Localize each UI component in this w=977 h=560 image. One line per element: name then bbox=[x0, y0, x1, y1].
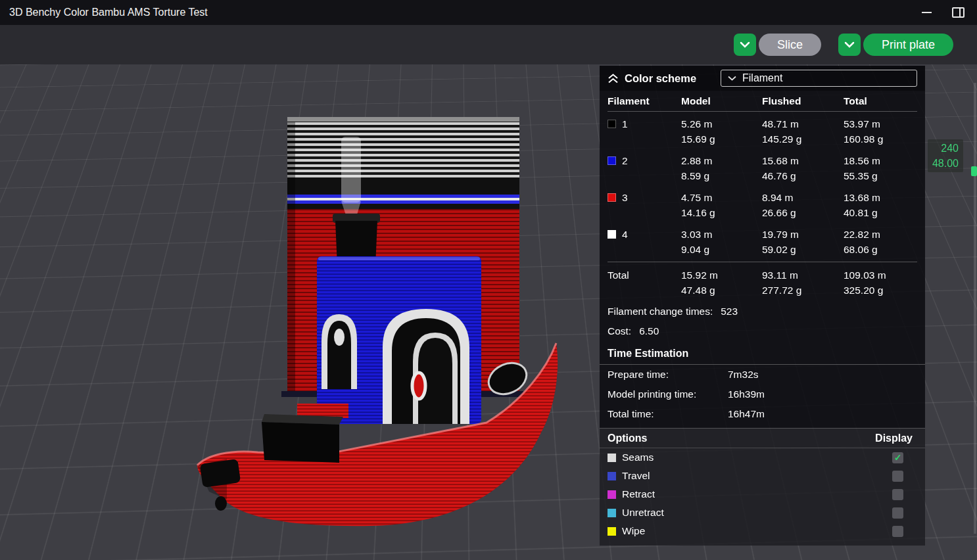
double-chevron-up-icon bbox=[608, 74, 619, 83]
options-section: Options Display Seams Travel bbox=[600, 428, 925, 546]
filament-table: Filament Model Flushed Total 1 5.26 m15.… bbox=[600, 91, 925, 302]
filament-color-swatch bbox=[608, 156, 616, 165]
layer-slider-track[interactable] bbox=[974, 83, 976, 534]
sliced-model-preview bbox=[0, 64, 600, 560]
display-checkbox-unretract[interactable] bbox=[892, 507, 903, 519]
filament-change-times: Filament change times: 523 bbox=[600, 302, 925, 321]
col-filament: Filament bbox=[608, 95, 681, 107]
toolbar: Slice Print plate bbox=[0, 25, 977, 64]
prepare-time: Prepare time: 7m32s bbox=[600, 365, 925, 385]
slicer-window: 3D Benchy Color Bambu AMS Torture Test S… bbox=[0, 0, 977, 560]
option-row-retract: Retract bbox=[600, 485, 925, 503]
print-plate-dropdown-button[interactable] bbox=[838, 34, 861, 56]
layer-slider-handle[interactable] bbox=[971, 166, 977, 176]
minimize-button[interactable] bbox=[917, 3, 936, 22]
options-rows: Seams Travel Retract bbox=[600, 448, 925, 546]
filament-color-swatch bbox=[608, 193, 616, 202]
nozzle-ghost bbox=[341, 137, 361, 217]
filament-row: 4 3.03 m9.04 g 19.79 m59.02 g 22.82 m68.… bbox=[608, 222, 917, 259]
unretract-color-swatch bbox=[608, 509, 616, 517]
filament-row: 3 4.75 m14.16 g 8.94 m26.66 g 13.68 m40.… bbox=[608, 185, 917, 222]
filament-total-row: Total 15.92 m47.48 g 93.11 m277.72 g 109… bbox=[608, 262, 917, 302]
chevron-down-icon bbox=[740, 41, 750, 48]
color-scheme-panel: Color scheme Filament Filament Model Flu… bbox=[600, 66, 925, 546]
print-plate-button-group: Print plate bbox=[838, 34, 953, 56]
retract-color-swatch bbox=[608, 490, 616, 499]
filament-id: 4 bbox=[622, 227, 628, 242]
layer-number: 240 bbox=[932, 141, 959, 156]
col-model: Model bbox=[681, 95, 762, 107]
chevron-down-icon bbox=[844, 41, 855, 48]
slice-button[interactable]: Slice bbox=[759, 34, 821, 56]
minimize-icon bbox=[922, 12, 932, 13]
layer-height: 48.00 bbox=[932, 156, 959, 171]
view-type-value: Filament bbox=[742, 72, 782, 84]
collapse-panel-button[interactable] bbox=[608, 74, 622, 83]
option-row-seams: Seams bbox=[600, 448, 925, 467]
display-checkbox-retract[interactable] bbox=[892, 489, 903, 500]
wipe-color-swatch bbox=[608, 527, 616, 536]
titlebar: 3D Benchy Color Bambu AMS Torture Test bbox=[0, 0, 977, 25]
display-checkbox-travel[interactable] bbox=[892, 471, 903, 482]
filament-color-swatch bbox=[608, 120, 616, 128]
display-checkbox-seams[interactable] bbox=[892, 452, 903, 463]
option-row-unretract: Unretract bbox=[600, 503, 925, 522]
filament-row: 2 2.88 m8.59 g 15.68 m46.76 g 18.56 m55.… bbox=[608, 149, 917, 185]
col-total: Total bbox=[844, 95, 917, 107]
filament-id: 3 bbox=[622, 190, 628, 205]
window-layout-icon bbox=[952, 7, 965, 18]
chevron-down-icon bbox=[728, 76, 736, 81]
window-title: 3D Benchy Color Bambu AMS Torture Test bbox=[9, 7, 208, 18]
window-layout-button[interactable] bbox=[948, 3, 968, 22]
display-column-header: Display bbox=[875, 432, 913, 444]
filament-table-header: Filament Model Flushed Total bbox=[608, 91, 917, 112]
viewport-3d[interactable]: 240 48.00 Color scheme Filament bbox=[0, 64, 977, 560]
display-checkbox-wipe[interactable] bbox=[892, 526, 903, 537]
options-header: Options Display bbox=[600, 429, 925, 448]
slice-dropdown-button[interactable] bbox=[734, 34, 756, 56]
benchy-cabin bbox=[317, 256, 481, 424]
total-time: Total time: 16h47m bbox=[600, 404, 925, 424]
time-estimation-title: Time Estimation bbox=[600, 341, 925, 365]
deck-box bbox=[262, 404, 348, 463]
options-title: Options bbox=[608, 432, 647, 444]
col-flushed: Flushed bbox=[762, 95, 844, 107]
layer-indicator: 240 48.00 bbox=[928, 139, 963, 172]
filament-id: 1 bbox=[622, 116, 628, 131]
print-plate-button[interactable]: Print plate bbox=[863, 34, 953, 56]
seams-color-swatch bbox=[608, 454, 616, 462]
filament-id: 2 bbox=[622, 153, 628, 168]
panel-title: Color scheme bbox=[625, 72, 696, 85]
option-row-wipe: Wipe bbox=[600, 522, 925, 540]
model-printing-time: Model printing time: 16h39m bbox=[600, 385, 925, 404]
travel-color-swatch bbox=[608, 472, 616, 480]
color-scheme-header: Color scheme Filament bbox=[600, 66, 925, 91]
filament-row: 1 5.26 m15.69 g 48.71 m145.29 g 53.97 m1… bbox=[608, 112, 917, 149]
view-type-dropdown[interactable]: Filament bbox=[721, 70, 917, 87]
option-row-travel: Travel bbox=[600, 467, 925, 485]
filament-color-swatch bbox=[608, 230, 616, 239]
slice-button-group: Slice bbox=[734, 34, 821, 56]
cost: Cost: 6.50 bbox=[600, 321, 925, 341]
